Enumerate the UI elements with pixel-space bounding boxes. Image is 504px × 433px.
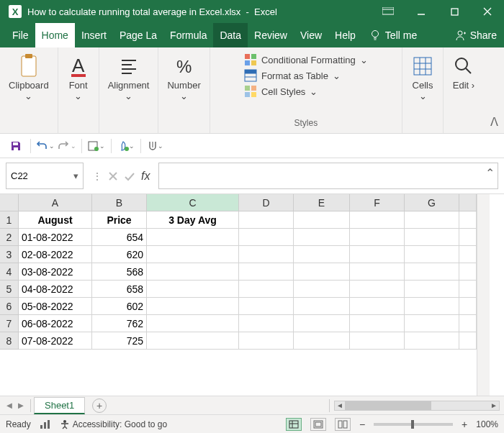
- row-header[interactable]: 3: [0, 246, 19, 263]
- cell[interactable]: [459, 246, 477, 263]
- view-normal-button[interactable]: [286, 418, 302, 431]
- cell[interactable]: [147, 332, 239, 350]
- cell[interactable]: [294, 281, 350, 298]
- tab-insert[interactable]: Insert: [75, 23, 113, 47]
- row-header[interactable]: 2: [0, 229, 19, 246]
- cell[interactable]: [294, 211, 350, 229]
- cell[interactable]: 620: [92, 246, 147, 263]
- cell[interactable]: [294, 298, 350, 315]
- cell[interactable]: [239, 298, 294, 315]
- cell[interactable]: August: [19, 211, 92, 229]
- enter-icon[interactable]: [124, 171, 135, 181]
- new-sheet-button[interactable]: +: [92, 398, 107, 413]
- close-button[interactable]: [471, 0, 504, 23]
- cell[interactable]: [294, 229, 350, 246]
- cell[interactable]: 658: [92, 281, 147, 298]
- cell[interactable]: 05-08-2022: [19, 298, 92, 315]
- cell[interactable]: [294, 315, 350, 332]
- cell[interactable]: [239, 229, 294, 246]
- zoom-level[interactable]: 100%: [476, 419, 498, 429]
- row-header[interactable]: 8: [0, 332, 19, 350]
- cell[interactable]: 07-08-2022: [19, 332, 92, 350]
- sheet-tab[interactable]: Sheet1: [34, 397, 85, 414]
- cell[interactable]: [147, 281, 239, 298]
- cell[interactable]: 06-08-2022: [19, 315, 92, 332]
- undo-button[interactable]: ⌄: [35, 137, 55, 155]
- cell[interactable]: [294, 263, 350, 281]
- cell[interactable]: [350, 315, 405, 332]
- cell[interactable]: [350, 229, 405, 246]
- col-header[interactable]: F: [350, 194, 405, 211]
- cell[interactable]: [147, 246, 239, 263]
- cell[interactable]: [459, 211, 477, 229]
- cell[interactable]: [350, 298, 405, 315]
- cell[interactable]: 04-08-2022: [19, 281, 92, 298]
- tell-me[interactable]: Tell me: [362, 29, 424, 41]
- cell[interactable]: [239, 332, 294, 350]
- row-header[interactable]: 7: [0, 315, 19, 332]
- editing-button[interactable]: Edit ›: [444, 53, 484, 91]
- cell[interactable]: [350, 211, 405, 229]
- vertical-scrollbar[interactable]: [477, 194, 490, 396]
- cell[interactable]: [405, 229, 459, 246]
- ribbon-options-icon[interactable]: [372, 0, 405, 23]
- cell[interactable]: [405, 332, 459, 350]
- cell[interactable]: [405, 281, 459, 298]
- redo-button[interactable]: ⌄: [57, 137, 77, 155]
- cell[interactable]: [405, 246, 459, 263]
- tab-file[interactable]: File: [6, 23, 35, 47]
- cell-styles-button[interactable]: Cell Styles ⌄: [244, 85, 368, 98]
- cell[interactable]: [147, 229, 239, 246]
- cell[interactable]: [459, 263, 477, 281]
- cell[interactable]: [350, 246, 405, 263]
- col-header[interactable]: A: [19, 194, 92, 211]
- cell[interactable]: [405, 315, 459, 332]
- tab-data[interactable]: Data: [213, 23, 248, 47]
- cell[interactable]: [459, 298, 477, 315]
- col-header[interactable]: D: [239, 194, 294, 211]
- cell[interactable]: [239, 211, 294, 229]
- qat-button-3[interactable]: ⌄: [145, 137, 166, 155]
- col-header[interactable]: G: [405, 194, 459, 211]
- col-header[interactable]: B: [92, 194, 147, 211]
- cell[interactable]: [405, 298, 459, 315]
- cell[interactable]: [459, 315, 477, 332]
- zoom-in-button[interactable]: +: [462, 419, 467, 430]
- horizontal-scrollbar[interactable]: ◄►: [334, 401, 500, 411]
- cell[interactable]: [147, 298, 239, 315]
- col-header[interactable]: E: [294, 194, 350, 211]
- cell[interactable]: [239, 281, 294, 298]
- cell[interactable]: 762: [92, 315, 147, 332]
- qat-button-2[interactable]: ⌄: [116, 137, 136, 155]
- cancel-icon[interactable]: [108, 171, 118, 181]
- cell[interactable]: 654: [92, 229, 147, 246]
- zoom-slider[interactable]: [374, 423, 453, 426]
- row-header[interactable]: 4: [0, 263, 19, 281]
- expand-formula-icon[interactable]: ⌃: [485, 166, 495, 180]
- cell[interactable]: [239, 315, 294, 332]
- tab-help[interactable]: Help: [328, 23, 362, 47]
- cell[interactable]: 725: [92, 332, 147, 350]
- cell[interactable]: [350, 332, 405, 350]
- maximize-button[interactable]: [438, 0, 471, 23]
- sheet-nav-arrows[interactable]: ◄►: [0, 400, 30, 411]
- name-box[interactable]: C22▾: [6, 163, 84, 189]
- cell[interactable]: [147, 263, 239, 281]
- stats-icon[interactable]: [40, 419, 51, 429]
- view-page-layout-button[interactable]: [310, 418, 326, 431]
- cell[interactable]: 01-08-2022: [19, 229, 92, 246]
- formula-input[interactable]: ⌃: [158, 163, 498, 189]
- tab-view[interactable]: View: [294, 23, 328, 47]
- zoom-out-button[interactable]: −: [359, 419, 365, 430]
- cell[interactable]: [459, 281, 477, 298]
- alignment-button[interactable]: Alignment⌄: [99, 53, 158, 102]
- cell[interactable]: 02-08-2022: [19, 246, 92, 263]
- cell[interactable]: [405, 263, 459, 281]
- cell[interactable]: [294, 246, 350, 263]
- tab-home[interactable]: Home: [35, 23, 75, 47]
- cell[interactable]: 3 Day Avg: [147, 211, 239, 229]
- cell[interactable]: [459, 332, 477, 350]
- conditional-formatting-button[interactable]: Conditional Formatting ⌄: [244, 53, 368, 66]
- cell[interactable]: [459, 229, 477, 246]
- cell[interactable]: [350, 281, 405, 298]
